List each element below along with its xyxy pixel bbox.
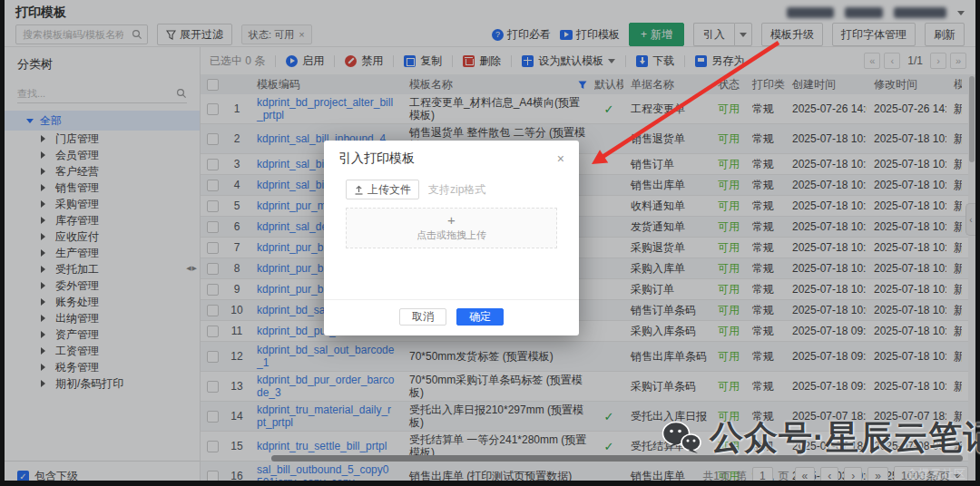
upload-file-label: 上传文件 (368, 182, 411, 198)
dropzone-text: 点击或拖拽上传 (416, 228, 486, 242)
upload-hint: 支持zip格式 (428, 182, 485, 198)
modal-title: 引入打印模板 (338, 151, 415, 167)
upload-dropzone[interactable]: + 点击或拖拽上传 (346, 208, 557, 248)
upload-file-button[interactable]: 上传文件 (346, 180, 419, 199)
import-template-modal: 引入打印模板 × 上传文件 支持zip格式 + 点击或拖拽上传 取消 确定 (324, 141, 579, 335)
cancel-button[interactable]: 取消 (399, 308, 446, 326)
close-icon[interactable]: × (557, 152, 564, 165)
confirm-button[interactable]: 确定 (456, 308, 504, 326)
upload-icon (354, 185, 364, 195)
plus-icon: + (447, 214, 456, 227)
